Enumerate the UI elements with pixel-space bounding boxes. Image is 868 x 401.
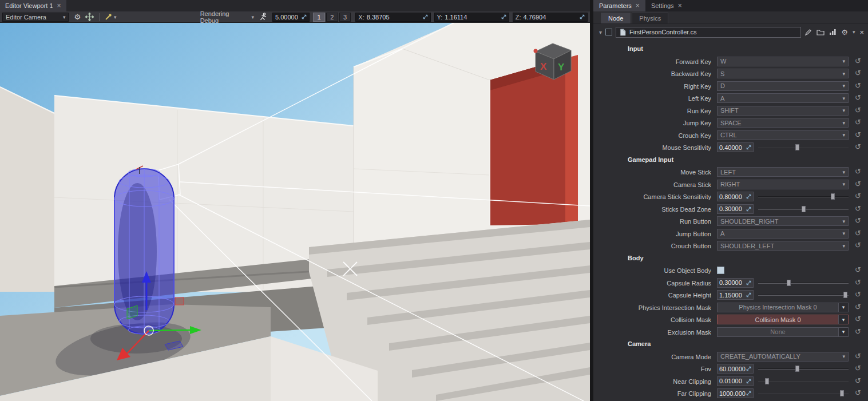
reset-button[interactable]: ↺ [855, 266, 861, 273]
numeric-field-sticks-dead-zone[interactable]: 0.30000 [717, 204, 754, 214]
numeric-field-mouse-sensitivity[interactable]: 0.40000 [717, 142, 754, 152]
pan-move-icon[interactable] [85, 13, 94, 21]
close-icon[interactable]: × [678, 2, 682, 10]
reset-button[interactable]: ↺ [855, 205, 861, 212]
slider-handle[interactable] [787, 280, 791, 286]
reset-button[interactable]: ↺ [855, 180, 861, 188]
slider-handle[interactable] [765, 378, 769, 384]
numeric-field-far-clipping[interactable]: 1000.000 [717, 388, 754, 398]
slider-fov[interactable] [758, 364, 849, 374]
slider-handle[interactable] [843, 292, 847, 298]
camera-z-field[interactable]: Z: 4.76904 [513, 13, 588, 22]
slider-sticks-dead-zone[interactable] [758, 204, 849, 214]
reset-button[interactable]: ↺ [855, 279, 861, 286]
editor-camera-select[interactable]: Editor Camera ▾ [2, 13, 69, 22]
chevron-down-icon[interactable]: ▾ [599, 29, 602, 35]
nav-cube-y-label[interactable]: Y [558, 62, 565, 73]
tab-settings[interactable]: Settings × [645, 0, 688, 11]
camera-speed-field[interactable]: 5.00000 [272, 13, 310, 22]
reset-button[interactable]: ↺ [855, 352, 861, 360]
slider-mouse-sensitivity[interactable] [758, 142, 849, 152]
dropdown-backward-key[interactable]: S▾ [717, 69, 849, 78]
reset-button[interactable]: ↺ [855, 69, 861, 77]
component-name-box[interactable]: FirstPersonController.cs [616, 27, 801, 38]
slider-handle[interactable] [802, 206, 806, 212]
dropdown-left-key[interactable]: A▾ [717, 93, 849, 103]
chevron-down-icon[interactable]: ▾ [853, 29, 855, 35]
chart-icon[interactable] [829, 29, 837, 35]
dropdown-run-button[interactable]: SHOULDER_RIGHT▾ [717, 216, 849, 226]
reset-button[interactable]: ↺ [855, 94, 861, 101]
reset-button[interactable]: ↺ [855, 82, 861, 89]
slider-far-clipping[interactable] [758, 388, 849, 398]
dropdown-collision-mask[interactable]: Collision Mask 0▾ [717, 315, 849, 324]
reset-button[interactable]: ↺ [855, 241, 861, 249]
edit-icon[interactable] [804, 29, 812, 36]
dropdown-forward-key[interactable]: W▾ [717, 57, 849, 66]
reset-button[interactable]: ↺ [855, 364, 861, 372]
dropdown-run-key[interactable]: SHIFT▾ [717, 106, 849, 116]
dropdown-move-stick[interactable]: LEFT▾ [717, 167, 849, 177]
numeric-field-capsule-radius[interactable]: 0.30000 [717, 278, 754, 288]
close-icon[interactable]: × [859, 28, 864, 37]
reset-button[interactable]: ↺ [855, 328, 861, 335]
numeric-field-fov[interactable]: 60.00000 [717, 364, 754, 374]
dropdown-camera-stick[interactable]: RIGHT▾ [717, 180, 849, 189]
gear-icon[interactable]: ⚙ [74, 13, 81, 21]
camera-x-field[interactable]: X: 8.38705 [355, 13, 430, 22]
camera-y-field[interactable]: Y: 1.16114 [434, 13, 509, 22]
dropdown-jump-key[interactable]: SPACE▾ [717, 118, 849, 128]
numeric-field-camera-stick-sensitivity[interactable]: 0.80000 [717, 192, 754, 201]
reset-button[interactable]: ↺ [855, 315, 861, 323]
slider-handle[interactable] [795, 144, 799, 150]
slider-handle[interactable] [795, 366, 799, 372]
reset-button[interactable]: ↺ [855, 168, 861, 175]
viewport-layout-button-2[interactable]: 2 [326, 13, 338, 22]
dropdown-exclusion-mask[interactable]: None▾ [717, 327, 849, 337]
reset-button[interactable]: ↺ [855, 303, 861, 311]
dropdown-crouch-key[interactable]: CTRL▾ [717, 130, 849, 140]
slider-near-clipping[interactable] [758, 376, 849, 386]
drag-value-icon[interactable] [302, 14, 307, 19]
slider-capsule-radius[interactable] [758, 278, 849, 288]
gizmo-origin[interactable] [144, 326, 153, 335]
reset-button[interactable]: ↺ [855, 143, 861, 150]
drag-value-icon[interactable] [746, 379, 751, 384]
drag-value-icon[interactable] [746, 366, 751, 371]
drag-value-icon[interactable] [746, 207, 751, 212]
drag-value-icon[interactable] [423, 14, 428, 19]
drag-value-icon[interactable] [746, 145, 751, 150]
pick-tool-button[interactable]: ▾ [104, 13, 117, 21]
reset-button[interactable]: ↺ [855, 291, 861, 298]
reset-button[interactable]: ↺ [855, 217, 861, 224]
tab-editor-viewport-1[interactable]: Editor Viewport 1 × [0, 0, 66, 11]
dropdown-camera-mode[interactable]: CREATE_AUTOMATICALLY▾ [717, 352, 849, 362]
numeric-field-capsule-height[interactable]: 1.15000 [717, 290, 754, 300]
viewport-layout-button-1[interactable]: 1 [313, 13, 325, 22]
viewport-layout-button-3[interactable]: 3 [339, 13, 351, 22]
dropdown-jump-button[interactable]: A▾ [717, 229, 849, 239]
fly-camera-icon[interactable] [259, 13, 267, 21]
tab-parameters[interactable]: Parameters × [593, 0, 645, 11]
gear-icon[interactable]: ⚙ [841, 28, 848, 37]
nav-cube-corner-marker[interactable] [534, 49, 538, 53]
drag-value-icon[interactable] [746, 391, 751, 396]
tab-node[interactable]: Node [601, 13, 631, 23]
tab-physics[interactable]: Physics [632, 13, 668, 23]
capsule-collider[interactable] [114, 166, 174, 334]
reset-button[interactable]: ↺ [855, 229, 861, 237]
numeric-field-near-clipping[interactable]: 0.01000 [717, 376, 754, 386]
close-icon[interactable]: × [636, 2, 640, 10]
slider-capsule-height[interactable] [758, 290, 849, 300]
dropdown-crouch-button[interactable]: SHOULDER_LEFT▾ [717, 241, 849, 251]
reset-button[interactable]: ↺ [855, 57, 861, 65]
reset-button[interactable]: ↺ [855, 106, 861, 114]
drag-value-icon[interactable] [501, 14, 506, 19]
dropdown-physics-intersection-mask[interactable]: Physics Intersection Mask 0▾ [717, 303, 849, 312]
checkbox-use-object-body[interactable] [717, 267, 724, 274]
viewport-scene[interactable]: X Y [0, 23, 590, 401]
reset-button[interactable]: ↺ [855, 377, 861, 384]
drag-value-icon[interactable] [746, 292, 751, 297]
dropdown-right-key[interactable]: D▾ [717, 81, 849, 91]
reset-button[interactable]: ↺ [855, 131, 861, 138]
